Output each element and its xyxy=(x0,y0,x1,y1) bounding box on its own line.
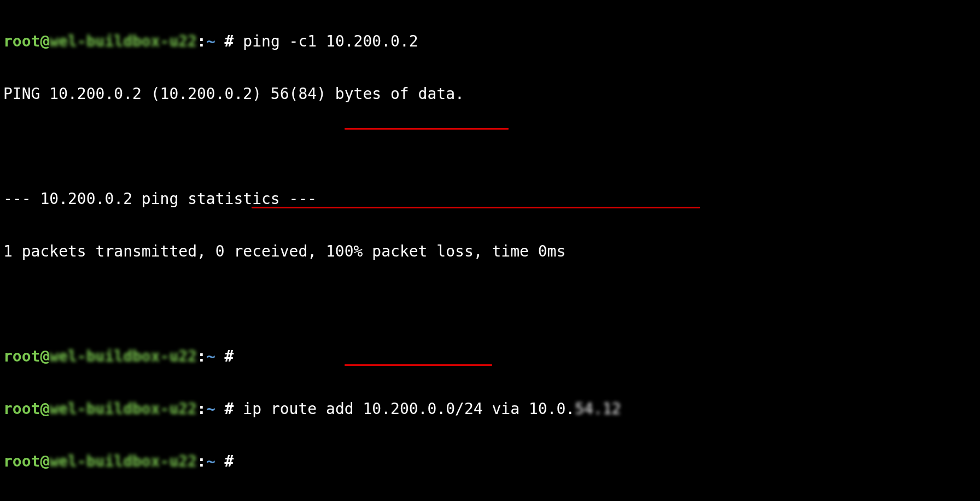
prompt-hash: # xyxy=(215,452,243,470)
cmd-iproute-ip-obscured: 54.12 xyxy=(575,400,621,418)
out-ping1-loss: 100% packet loss, xyxy=(326,242,483,260)
line-prompt-empty2: root@wel-buildbox-u22:~ # xyxy=(3,448,977,475)
annotation-underline xyxy=(252,207,700,208)
prompt-colon: : xyxy=(197,452,206,470)
annotation-underline xyxy=(345,128,509,130)
prompt-colon: : xyxy=(197,32,206,50)
prompt-path: ~ xyxy=(206,32,215,50)
prompt-at: @ xyxy=(40,400,49,418)
prompt-host-obscured: wel-buildbox-u22 xyxy=(49,32,197,50)
out-ping1-post: time 0ms xyxy=(483,242,566,260)
prompt-colon: : xyxy=(197,347,206,365)
prompt-user: root xyxy=(3,347,40,365)
prompt-path: ~ xyxy=(206,452,215,470)
blank-line xyxy=(3,291,977,317)
blank-line xyxy=(3,133,977,160)
prompt-hash: # xyxy=(215,347,243,365)
prompt-hash: # xyxy=(215,400,243,418)
prompt-host-obscured: wel-buildbox-u22 xyxy=(49,400,197,418)
prompt-hash: # xyxy=(215,32,243,50)
prompt-at: @ xyxy=(40,452,49,470)
out-ping1-stats-line: 1 packets transmitted, 0 received, 100% … xyxy=(3,238,977,265)
prompt-user: root xyxy=(3,32,40,50)
prompt-user: root xyxy=(3,452,40,470)
annotation-underline xyxy=(345,364,492,366)
cmd-iproute: ip route add 10.200.0.0/24 via 10.0. xyxy=(243,400,575,418)
prompt-at: @ xyxy=(40,32,49,50)
line-cmd-ping1: root@wel-buildbox-u22:~ # ping -c1 10.20… xyxy=(3,28,977,55)
line-prompt-empty1: root@wel-buildbox-u22:~ # xyxy=(3,343,977,370)
out-ping1-stats-title: --- 10.200.0.2 ping statistics --- xyxy=(3,186,977,212)
prompt-host-obscured: wel-buildbox-u22 xyxy=(49,452,197,470)
line-cmd-iproute: root@wel-buildbox-u22:~ # ip route add 1… xyxy=(3,396,977,422)
prompt-host-obscured: wel-buildbox-u22 xyxy=(49,347,197,365)
prompt-path: ~ xyxy=(206,347,215,365)
terminal-output[interactable]: root@wel-buildbox-u22:~ # ping -c1 10.20… xyxy=(0,0,980,501)
prompt-at: @ xyxy=(40,347,49,365)
prompt-user: root xyxy=(3,400,40,418)
out-ping1-header: PING 10.200.0.2 (10.200.0.2) 56(84) byte… xyxy=(3,81,977,107)
prompt-colon: : xyxy=(197,400,206,418)
out-ping1-pre: 1 packets transmitted, 0 received, xyxy=(3,242,326,260)
prompt-path: ~ xyxy=(206,400,215,418)
cmd-ping1: ping -c1 10.200.0.2 xyxy=(243,32,418,50)
